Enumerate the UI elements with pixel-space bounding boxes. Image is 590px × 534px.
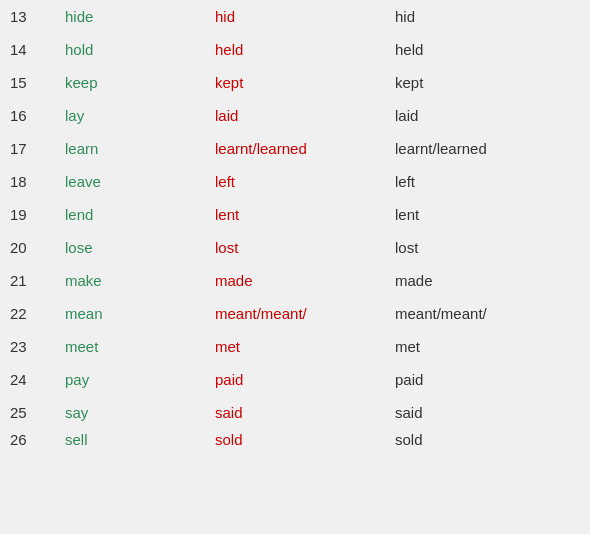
past-participle-form: laid — [395, 107, 575, 124]
base-form: meet — [65, 338, 215, 355]
table-row: 25 say said said — [0, 396, 590, 429]
row-number: 22 — [10, 305, 65, 322]
row-number: 21 — [10, 272, 65, 289]
table-row: 19 lend lent lent — [0, 198, 590, 231]
table-row: 24 pay paid paid — [0, 363, 590, 396]
past-form: hid — [215, 8, 395, 25]
table-row: 26 sell sold sold — [0, 429, 590, 449]
table-row: 22 mean meant/meant/ meant/meant/ — [0, 297, 590, 330]
past-form: lent — [215, 206, 395, 223]
table-row: 23 meet met met — [0, 330, 590, 363]
table-row: 16 lay laid laid — [0, 99, 590, 132]
past-form: left — [215, 173, 395, 190]
past-form: held — [215, 41, 395, 58]
table-row: 17 learn learnt/learned learnt/learned — [0, 132, 590, 165]
past-participle-form: lent — [395, 206, 575, 223]
past-form: sold — [215, 431, 395, 448]
past-participle-form: left — [395, 173, 575, 190]
past-form: said — [215, 404, 395, 421]
base-form: pay — [65, 371, 215, 388]
past-participle-form: made — [395, 272, 575, 289]
past-participle-form: met — [395, 338, 575, 355]
past-participle-form: learnt/learned — [395, 140, 575, 157]
row-number: 23 — [10, 338, 65, 355]
row-number: 15 — [10, 74, 65, 91]
base-form: hold — [65, 41, 215, 58]
past-participle-form: said — [395, 404, 575, 421]
row-number: 24 — [10, 371, 65, 388]
table-row: 21 make made made — [0, 264, 590, 297]
row-number: 13 — [10, 8, 65, 25]
row-number: 16 — [10, 107, 65, 124]
past-participle-form: hid — [395, 8, 575, 25]
base-form: make — [65, 272, 215, 289]
base-form: mean — [65, 305, 215, 322]
past-form: meant/meant/ — [215, 305, 395, 322]
base-form: hide — [65, 8, 215, 25]
row-number: 19 — [10, 206, 65, 223]
base-form: sell — [65, 431, 215, 448]
past-participle-form: paid — [395, 371, 575, 388]
base-form: say — [65, 404, 215, 421]
past-form: laid — [215, 107, 395, 124]
base-form: leave — [65, 173, 215, 190]
past-form: made — [215, 272, 395, 289]
base-form: learn — [65, 140, 215, 157]
table-row: 14 hold held held — [0, 33, 590, 66]
past-participle-form: meant/meant/ — [395, 305, 575, 322]
base-form: lay — [65, 107, 215, 124]
past-participle-form: held — [395, 41, 575, 58]
past-participle-form: kept — [395, 74, 575, 91]
row-number: 20 — [10, 239, 65, 256]
past-form: lost — [215, 239, 395, 256]
verb-table: 13 hide hid hid 14 hold held held 15 kee… — [0, 0, 590, 449]
past-form: paid — [215, 371, 395, 388]
past-form: met — [215, 338, 395, 355]
row-number: 14 — [10, 41, 65, 58]
base-form: keep — [65, 74, 215, 91]
row-number: 25 — [10, 404, 65, 421]
table-row: 18 leave left left — [0, 165, 590, 198]
past-form: kept — [215, 74, 395, 91]
table-row: 13 hide hid hid — [0, 0, 590, 33]
base-form: lend — [65, 206, 215, 223]
row-number: 17 — [10, 140, 65, 157]
past-participle-form: sold — [395, 431, 575, 448]
table-row: 20 lose lost lost — [0, 231, 590, 264]
row-number: 18 — [10, 173, 65, 190]
past-participle-form: lost — [395, 239, 575, 256]
past-form: learnt/learned — [215, 140, 395, 157]
table-row: 15 keep kept kept — [0, 66, 590, 99]
row-number: 26 — [10, 431, 65, 448]
base-form: lose — [65, 239, 215, 256]
